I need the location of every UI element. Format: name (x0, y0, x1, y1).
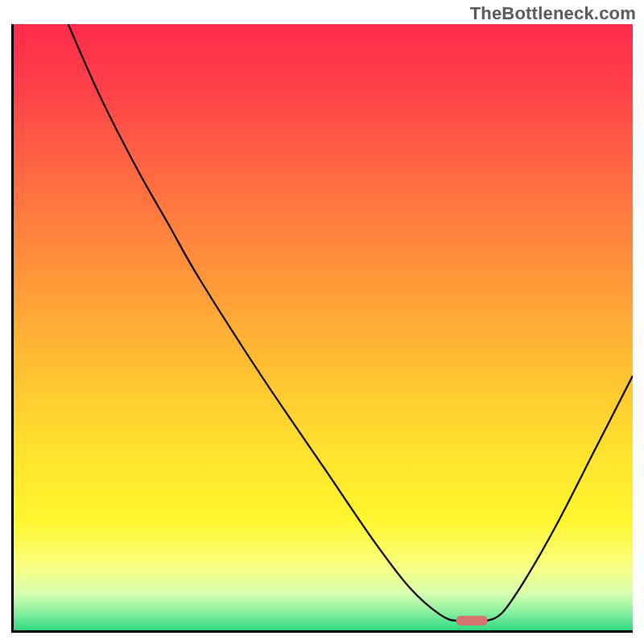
chart-axes-frame (11, 24, 633, 633)
watermark-text: TheBottleneck.com (470, 3, 636, 24)
